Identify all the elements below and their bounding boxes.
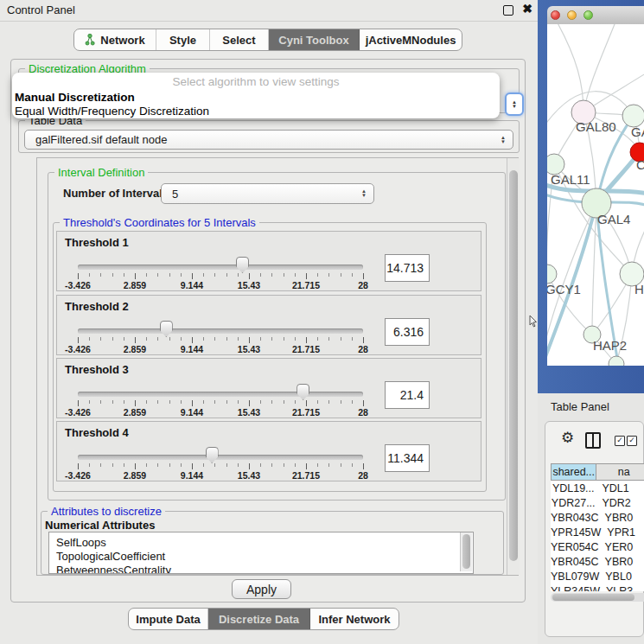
checkbox-icon[interactable]: ✓ xyxy=(627,436,637,446)
tab-label: Select xyxy=(222,34,255,47)
tab-impute-data[interactable]: Impute Data xyxy=(129,609,208,629)
slider-track[interactable] xyxy=(78,392,363,397)
stepper-icon[interactable]: ▲▼ xyxy=(497,136,509,144)
network-canvas[interactable]: GAL80GACGAL11GAL4GCY1HHAP2 xyxy=(547,24,644,366)
tick-label: -3.426 xyxy=(52,344,104,354)
gear-icon[interactable]: ⚙ xyxy=(561,430,574,445)
control-panel-tabs: NetworkStyleSelectCyni ToolboxjActiveMNo… xyxy=(73,29,462,51)
minimize-traffic-light[interactable] xyxy=(567,10,577,20)
tab-cyni-toolbox[interactable]: Cyni Toolbox xyxy=(269,29,360,50)
slider-thumb[interactable] xyxy=(296,384,309,400)
algorithm-placeholder-option[interactable]: Select algorithm to view settings xyxy=(12,73,500,91)
network-window-titlebar[interactable] xyxy=(547,6,644,25)
attribute-list-item[interactable]: SelfLoops xyxy=(49,536,473,550)
close-icon[interactable]: ✖ xyxy=(522,2,532,16)
table-row[interactable]: YDL19...YDL1 xyxy=(551,481,644,495)
tick-mark xyxy=(146,463,147,467)
tick-mark xyxy=(306,273,307,279)
tick-mark xyxy=(124,400,124,404)
tick-label: 21.715 xyxy=(280,407,332,418)
tick-mark xyxy=(328,337,329,341)
slider-thumb[interactable] xyxy=(160,321,173,337)
tick-mark xyxy=(135,400,136,406)
tick-mark xyxy=(214,273,215,277)
float-window-icon[interactable] xyxy=(503,5,513,16)
table-cell: YBR0 xyxy=(599,556,644,568)
apply-button[interactable]: Apply xyxy=(232,579,291,599)
tick-mark xyxy=(89,273,90,277)
threshold-label: Threshold 4 xyxy=(65,426,129,439)
node-attribute-table: shared...na YDL19...YDL1YDR27...YDR2YBR0… xyxy=(551,463,644,591)
algorithm-combobox-stepper[interactable]: ▲▼ xyxy=(505,92,524,116)
tick-label: 28 xyxy=(337,344,389,354)
tick-mark xyxy=(78,463,79,469)
slider-track[interactable] xyxy=(78,265,363,270)
tick-mark xyxy=(249,463,250,469)
table-data-combobox[interactable]: galFiltered.sif default node ▲▼ xyxy=(24,130,513,150)
threshold-value-field[interactable]: 6.316 xyxy=(385,318,430,346)
num-intervals-combobox[interactable]: 5 ▲▼ xyxy=(161,183,374,204)
tick-mark xyxy=(78,400,79,406)
tick-mark xyxy=(363,400,364,406)
slider-track[interactable] xyxy=(78,328,363,334)
tick-mark xyxy=(192,400,193,406)
table-cell: YBR045C xyxy=(551,556,599,568)
interval-definition-title: Interval Definition xyxy=(54,166,148,179)
tab-style[interactable]: Style xyxy=(156,29,210,50)
slider-track[interactable] xyxy=(78,455,363,460)
attribute-list-item[interactable]: BetweennessCentrality xyxy=(49,564,473,574)
network-view-window: GAL80GACGAL11GAL4GCY1HHAP2 xyxy=(538,0,644,393)
mouse-cursor xyxy=(529,316,538,328)
network-node[interactable] xyxy=(547,265,557,284)
table-row[interactable]: YPR145WYPR1 xyxy=(551,525,644,539)
tick-mark xyxy=(260,400,261,404)
attributes-list-scrollbar[interactable] xyxy=(460,532,472,571)
algorithm-option[interactable]: Manual Discretization xyxy=(12,91,500,105)
table-column-header[interactable]: shared... xyxy=(551,463,596,481)
table-horizontal-scrollbar[interactable] xyxy=(551,593,644,602)
threshold-value-field[interactable]: 21.4 xyxy=(385,381,430,409)
threshold-panel: Threshold 4-3.4262.8599.14415.4321.71528… xyxy=(56,421,481,481)
slider-thumb[interactable] xyxy=(236,257,249,273)
numerical-attributes-list[interactable]: SelfLoopsTopologicalCoefficientBetweenne… xyxy=(48,532,474,574)
tick-label: 21.715 xyxy=(280,470,332,481)
tab-discretize-data[interactable]: Discretize Data xyxy=(208,609,310,629)
tab-select[interactable]: Select xyxy=(210,29,269,50)
settings-vertical-scrollbar[interactable] xyxy=(507,158,520,575)
tick-mark xyxy=(295,273,296,277)
tick-mark xyxy=(135,463,136,469)
table-row[interactable]: YBR045CYBR0 xyxy=(551,554,644,569)
tick-mark xyxy=(181,273,182,277)
checkbox-icon[interactable]: ✓ xyxy=(615,436,625,446)
table-row[interactable]: YER054CYER0 xyxy=(551,539,644,554)
zoom-traffic-light[interactable] xyxy=(583,10,593,20)
algorithm-dropdown-popup: Select algorithm to view settings Manual… xyxy=(12,73,500,118)
tab-network[interactable]: Network xyxy=(74,29,156,50)
tick-mark xyxy=(100,463,101,467)
attribute-list-item[interactable]: TopologicalCoefficient xyxy=(49,550,473,564)
tick-mark xyxy=(284,463,284,467)
tick-label: 2.859 xyxy=(109,344,161,354)
table-column-header[interactable]: na xyxy=(596,463,644,481)
settings-scrollpane: Interval Definition Number of Intervals … xyxy=(36,157,519,576)
table-row[interactable]: YLR345WYLR3 xyxy=(551,583,644,591)
tick-mark xyxy=(192,337,193,343)
tick-mark xyxy=(249,337,250,343)
slider-thumb[interactable] xyxy=(206,447,219,463)
tab-jactivemnodules[interactable]: jActiveMNodules xyxy=(360,29,462,50)
network-node-label: HAP2 xyxy=(593,338,627,353)
threshold-value-field[interactable]: 14.713 xyxy=(385,254,430,282)
threshold-value-field[interactable]: 11.344 xyxy=(385,444,430,472)
table-row[interactable]: YDR27...YDR2 xyxy=(551,495,644,510)
table-row[interactable]: YBL079WYBL0 xyxy=(551,569,644,583)
tick-mark xyxy=(203,463,204,467)
table-cell: YER054C xyxy=(551,541,599,553)
stepper-icon[interactable]: ▲▼ xyxy=(358,189,370,198)
tab-infer-network[interactable]: Infer Network xyxy=(310,609,399,629)
split-columns-icon[interactable] xyxy=(585,432,601,449)
table-row[interactable]: YBR043CYBR0 xyxy=(551,510,644,525)
algorithm-option[interactable]: Equal Width/Frequency Discretization xyxy=(12,105,500,118)
table-cell: YLR345W xyxy=(551,585,600,592)
close-traffic-light[interactable] xyxy=(551,10,560,20)
tick-mark xyxy=(306,463,307,469)
